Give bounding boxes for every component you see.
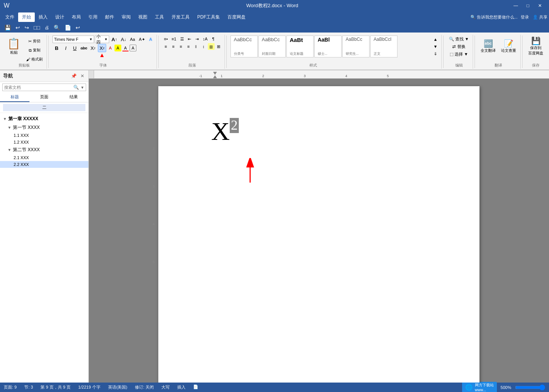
full-translate-button[interactable]: 🔤 全文翻译 [479, 36, 498, 57]
search-box[interactable]: 🔍 告诉我您想要做什么... [470, 14, 518, 20]
menu-developer[interactable]: 开发工具 [168, 12, 193, 22]
numbering-button[interactable]: ≡1 [170, 36, 178, 42]
bullets-button[interactable]: ≡• [162, 36, 169, 42]
qa-print[interactable]: 🖨 [43, 24, 51, 31]
font-shrink-button[interactable]: A↓ [119, 36, 128, 43]
nav-item-1-2[interactable]: 1.2 XXX [0, 139, 88, 146]
nav-item-sec2[interactable]: ▼ 第二节 XXXX [0, 146, 88, 154]
align-center[interactable]: ≡ [170, 43, 177, 50]
text-color-button[interactable]: A [107, 45, 114, 51]
columns-button[interactable]: ⫴ [193, 43, 199, 50]
menu-references[interactable]: 引用 [85, 12, 101, 22]
login-btn[interactable]: 登录 [521, 14, 529, 20]
style-shushi[interactable]: AaBl 硕士... [314, 36, 342, 57]
maximize-button[interactable]: □ [523, 2, 533, 9]
align-right[interactable]: ≡ [178, 43, 184, 50]
menu-pdf[interactable]: PDF工具集 [193, 12, 224, 22]
strikethrough-button[interactable]: abc [80, 44, 88, 52]
menu-mail[interactable]: 邮件 [101, 12, 118, 22]
style-fengmian[interactable]: AaBbCc 封面日期 [258, 36, 286, 57]
doc-content[interactable]: X 2 [189, 116, 449, 146]
highlight-button[interactable]: A [114, 45, 121, 51]
style-lunwentitle[interactable]: AaBt 论文标题 [286, 36, 314, 57]
status-page: 页面: 9 [4, 384, 17, 390]
font-size-selector[interactable]: 小四 ▼ [95, 36, 109, 43]
menu-layout[interactable]: 布局 [68, 12, 85, 22]
menu-tools[interactable]: 工具 [151, 12, 168, 22]
replace-button[interactable]: ⇄ 替换 [447, 43, 470, 50]
justify[interactable]: ≡ [185, 43, 192, 50]
select-button[interactable]: ⬚ 选择 ▼ [447, 51, 470, 57]
menu-file[interactable]: 文件 [2, 12, 18, 22]
menu-view[interactable]: 视图 [135, 12, 151, 22]
font-grow-button[interactable]: A↑ [110, 36, 119, 43]
qa-search[interactable]: 🔍 [52, 24, 62, 31]
menu-insert[interactable]: 插入 [35, 12, 51, 22]
nav-item-sec1[interactable]: ▼ 第一节 XXXX [0, 123, 88, 132]
qa-new[interactable]: □□ [32, 24, 42, 31]
menu-home[interactable]: 开始 [18, 12, 35, 22]
subscript-button[interactable]: X2 [89, 44, 97, 52]
style-yanjiusheng[interactable]: AaBbCc 研究生... [342, 36, 370, 57]
qa-save[interactable]: 💾 [3, 24, 12, 31]
menu-baidu[interactable]: 百度网盘 [224, 12, 249, 22]
nav-search-input[interactable] [4, 85, 72, 90]
underline-button[interactable]: U [71, 44, 79, 52]
increase-indent[interactable]: ⇥ [194, 36, 201, 42]
nav-pin-button[interactable]: 📌 [70, 73, 78, 79]
copy-button[interactable]: ⧉ 复制 [25, 46, 44, 54]
doc-text-2: 2 [230, 118, 239, 133]
nav-tab-pages[interactable]: 页面 [29, 93, 59, 102]
styles-scroll-up[interactable]: ▲ [432, 36, 439, 43]
shading-button[interactable]: ▥ [208, 43, 215, 50]
style-fenlei[interactable]: AaBbCc 分类号 [230, 36, 258, 57]
qa-back[interactable]: ↩ [74, 24, 82, 31]
nav-search-icon[interactable]: 🔍 [73, 85, 79, 90]
logo-area[interactable]: 🌐 网方下载站www... [462, 382, 497, 392]
line-spacing[interactable]: ↕ [200, 43, 207, 50]
nav-tab-results[interactable]: 结果 [59, 93, 88, 102]
font-color-button[interactable]: A [122, 45, 129, 51]
styles-expand[interactable]: ⇓ [432, 50, 439, 57]
multilevel-button[interactable]: ☰ [179, 36, 186, 42]
navigation-panel: 导航 📌 ✕ 🔍 ▼ 标题 页面 结果 二 ▼ 第一章 XXXXX [0, 70, 89, 383]
italic-button[interactable]: I [62, 44, 70, 52]
text-effects-button[interactable]: A [147, 36, 154, 43]
sort-button[interactable]: ↕A [201, 36, 209, 42]
borders-button[interactable]: ⊞ [215, 43, 222, 50]
nav-close-button[interactable]: ✕ [79, 73, 85, 79]
nav-search-dropdown[interactable]: ▼ [80, 85, 84, 90]
char-spacing-button[interactable]: A✦ [137, 36, 146, 43]
status-caps: 大写 [161, 384, 170, 390]
find-button[interactable]: 🔍 查找 ▼ [447, 36, 470, 42]
nav-item-2-2[interactable]: 2.2 XXX [0, 161, 88, 168]
doc-scroll[interactable]: 1 2 3 4 5 X 2 [89, 79, 549, 383]
zoom-slider[interactable] [515, 385, 545, 390]
qa-redo[interactable]: ↪ [23, 24, 31, 31]
nav-tab-headings[interactable]: 标题 [0, 93, 29, 102]
cut-button[interactable]: ✂ 剪切 [25, 37, 44, 45]
bold-button[interactable]: B [53, 44, 61, 52]
nav-item-1-1[interactable]: 1.1 XXX [0, 132, 88, 139]
align-left[interactable]: ≡ [162, 43, 169, 50]
save-baidu-button[interactable]: 💾 保存到百度网盘 [526, 36, 545, 57]
paste-button[interactable]: 📋 粘贴 [4, 36, 24, 57]
superscript-button[interactable]: X2 ▲ [98, 44, 106, 52]
paper-check-button[interactable]: 📝 论文查重 [499, 36, 518, 57]
share-btn[interactable]: 👤 共享 [533, 14, 547, 20]
clear-format-button[interactable]: Aa [128, 36, 136, 43]
show-marks-button[interactable]: ¶ [210, 36, 217, 42]
styles-scroll-down[interactable]: ▼ [432, 43, 439, 50]
qa-undo[interactable]: ↩ [14, 24, 22, 31]
char-border-button[interactable]: A [130, 45, 136, 51]
nav-item-ch1[interactable]: ▼ 第一章 XXXXX [0, 115, 88, 123]
style-zhengwen[interactable]: AaBbCcI 正文 [370, 36, 397, 57]
menu-review[interactable]: 审阅 [118, 12, 135, 22]
close-button[interactable]: ✕ [535, 2, 545, 9]
minimize-button[interactable]: — [510, 2, 521, 9]
menu-design[interactable]: 设计 [51, 12, 68, 22]
nav-item-2-1[interactable]: 2.1 XXX [0, 154, 88, 161]
qa-doc[interactable]: 📄 [63, 24, 73, 31]
font-name-selector[interactable]: Times New F ▼ [53, 36, 94, 43]
decrease-indent[interactable]: ⇤ [186, 36, 193, 42]
